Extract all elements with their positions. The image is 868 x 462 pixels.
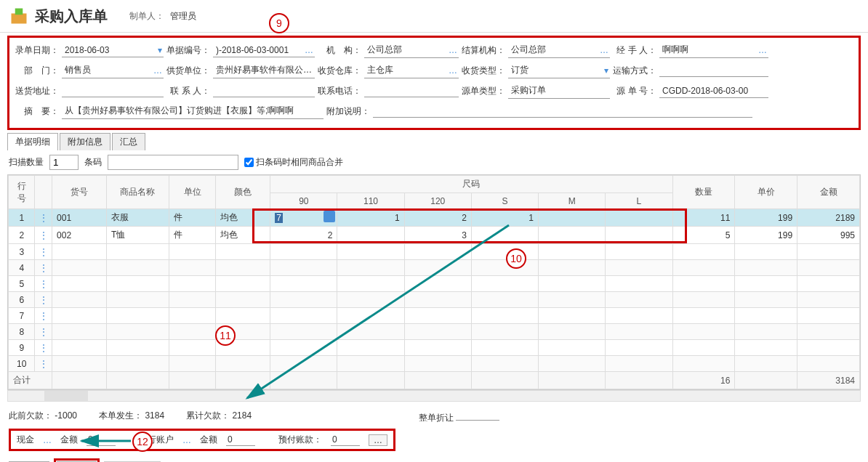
cell-price: 199 [735,227,797,244]
supplier-field[interactable]: 贵州好易事软件有限公… [213,62,315,78]
contact-field[interactable] [213,84,315,97]
warehouse-field[interactable]: 主仓库… [364,62,459,78]
total-row: 合计163184 [9,372,860,389]
tab-summary[interactable]: 汇总 [112,133,145,150]
col-s110: 110 [337,193,404,209]
cell-name: 衣服 [107,209,169,227]
size-cell[interactable]: 2 [404,209,471,227]
discount-field[interactable] [456,408,499,421]
docno-field[interactable]: )-2018-06-03-0001… [213,44,315,57]
tabs: 单据明细 附加信息 汇总 [7,133,861,150]
callout-10: 10 [506,248,526,269]
row-no: 1 [9,209,35,227]
table-row[interactable]: 7⋮ [9,308,860,324]
src-no-field[interactable]: CGDD-2018-06-03-00 [659,84,768,98]
prev-debt: -1000 [55,410,77,421]
size-cell[interactable] [539,209,606,227]
prepay-val[interactable]: 0 [331,434,360,446]
dropdown-icon[interactable]: ▾ [156,45,164,55]
cell-price: 199 [735,209,797,227]
phone-field[interactable] [364,84,459,97]
ellipsis-icon[interactable]: … [446,45,459,55]
scan-qty-input[interactable] [49,155,79,170]
size-cell[interactable] [606,227,672,244]
scroll-thumb[interactable] [44,391,88,401]
org-field[interactable]: 公司总部… [364,42,459,58]
ship-field[interactable] [659,64,768,77]
ellipsis-icon[interactable]: … [597,45,610,55]
cash-picker[interactable]: … [43,435,52,445]
grid: 行号 货号 商品名称 单位 颜色 尺码 数量 单价 金额 90 110 120 … [7,174,861,390]
table-row[interactable]: 2⋮002T恤件均色235199995 [9,227,860,244]
prepay-picker[interactable]: … [369,434,387,446]
col-row: 行号 [9,176,35,209]
size-cell[interactable] [337,227,404,244]
size-cell[interactable] [471,227,538,244]
cash-amt-label: 金额 [60,434,78,446]
cash-label: 现金 [17,434,34,446]
cell-sku: 002 [52,227,107,244]
this-val: 3184 [145,410,164,421]
recv-type-label: 收货类型： [462,65,505,77]
ellipsis-icon[interactable]: … [446,65,459,76]
page-title: 采购入库单 [35,7,108,26]
table-row[interactable]: 1⋮001衣服件均色7121111992189 [9,209,860,227]
ellipsis-icon[interactable]: … [150,65,164,76]
tab-detail[interactable]: 单据明细 [7,133,58,150]
size-cell[interactable]: 2 [270,227,337,244]
h-scrollbar[interactable] [7,390,861,402]
tab-extra[interactable]: 附加信息 [60,133,110,150]
sum-label: 累计欠款： [186,410,230,421]
table-row[interactable]: 5⋮ [9,276,860,292]
ellipsis-icon[interactable]: … [302,45,315,55]
col-sL: L [606,193,672,209]
size-cell[interactable] [539,227,606,244]
size-cell[interactable]: 7 [270,209,337,227]
org-label: 机 构： [318,44,361,57]
cash-amt[interactable]: 0 [87,434,116,446]
maker-value: 管理员 [170,10,196,23]
dropdown-icon[interactable]: ▾ [603,65,610,76]
dept-field[interactable]: 销售员… [62,62,164,78]
col-sS: S [471,193,538,209]
row-delete-icon[interactable]: ⋮ [35,209,52,227]
merge-check[interactable]: 扫条码时相同商品合并 [244,156,343,169]
extra-label: 附加说明： [326,105,370,118]
handler-field[interactable]: 啊啊啊… [659,42,768,58]
table-row[interactable]: 8⋮ [9,324,860,340]
size-cell[interactable] [606,209,672,227]
ellipsis-icon[interactable]: … [755,45,768,55]
bank-picker[interactable]: … [182,435,191,445]
callout-11: 11 [215,325,236,346]
post-button-highlight: 记 账 [54,458,100,462]
barcode-input[interactable] [108,155,238,170]
summary-field[interactable]: 从【贵州好易事软件有限公司】订货购进【衣服】等;啊啊啊 [62,103,324,119]
col-color: 颜色 [216,176,270,209]
src-type-field[interactable]: 采购订单 [508,83,610,99]
size-cell[interactable]: 1 [471,209,538,227]
table-row[interactable]: 4⋮ [9,260,860,276]
table-row[interactable]: 9⋮ [9,340,860,356]
table-row[interactable]: 10⋮ [9,356,860,372]
table-row[interactable]: 6⋮ [9,292,860,308]
table-row[interactable]: 3⋮ [9,244,860,260]
date-field[interactable]: 2018-06-03▾ [62,44,164,57]
size-cell[interactable]: 3 [404,227,471,244]
extra-field[interactable] [373,105,752,118]
calculator-icon[interactable] [324,211,335,222]
footer: 此前欠款： -1000 本单发生： 3184 累计欠款： 2184 整单折让 现… [0,402,868,454]
bank-amt-label: 金额 [200,434,217,446]
merge-checkbox[interactable] [244,158,254,167]
contact-label: 联 系 人： [166,85,210,97]
titlebar: 采购入库单 制单人： 管理员 [0,0,868,33]
row-delete-icon[interactable]: ⋮ [35,227,52,244]
settle-org-field[interactable]: 公司总部… [508,42,610,58]
bank-amt[interactable]: 0 [226,434,255,446]
addr-field[interactable] [62,84,164,97]
col-price: 单价 [735,176,797,209]
supplier-label: 供货单位： [166,65,210,77]
recv-type-field[interactable]: 订货▾ [508,62,610,78]
size-cell[interactable]: 1 [337,209,404,227]
col-unit: 单位 [169,176,215,209]
col-amount: 金额 [797,176,860,209]
